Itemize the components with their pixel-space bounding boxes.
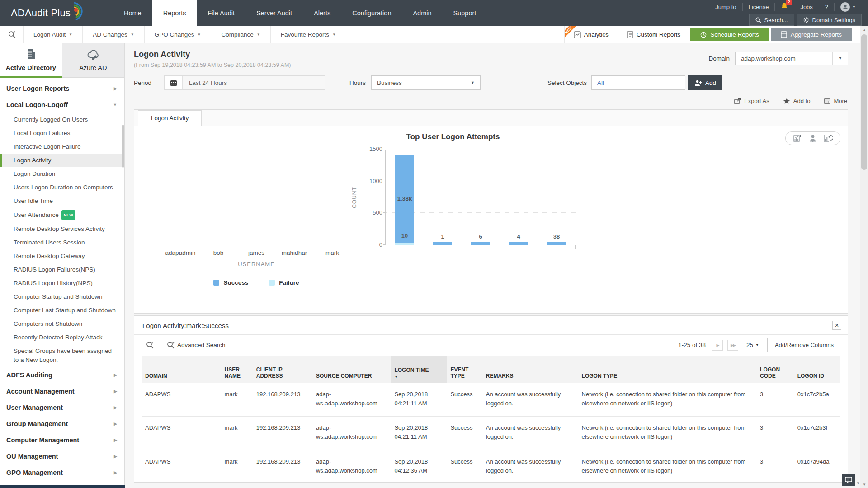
refresh-chart-button[interactable]: [824, 134, 833, 142]
advanced-search-button[interactable]: [162, 341, 175, 349]
jump-to-link[interactable]: Jump to: [709, 3, 742, 11]
analytics-link[interactable]: NEW Analytics: [564, 26, 618, 43]
close-results-button[interactable]: ✕: [832, 321, 841, 330]
sidebar-item-radius-logon-history-nps-[interactable]: RADIUS Logon History(NPS): [0, 277, 124, 290]
user-chart-button[interactable]: [809, 134, 816, 142]
sidebar-item-remote-desktop-gateway[interactable]: Remote Desktop Gateway: [0, 249, 124, 263]
menu-favourite-reports[interactable]: Favourite Reports▼: [270, 26, 346, 43]
sidebar-item-remote-desktop-services-activity[interactable]: Remote Desktop Services Activity: [0, 222, 124, 236]
sidebar-item-local-logon-failures[interactable]: Local Logon Failures: [0, 127, 124, 140]
table-row[interactable]: ADAPWSmark192.168.209.213adap-ws.adap.wo…: [142, 417, 840, 450]
column-header-event-type[interactable]: EVENT TYPE: [447, 356, 482, 383]
table-row[interactable]: ADAPWSmark192.168.209.213adap-ws.adap.wo…: [142, 383, 840, 417]
add-objects-button[interactable]: Add: [688, 75, 722, 90]
sidebar-item-special-groups-have-been-assigned-to-a-new-logon-[interactable]: Special Groups have been assigned to a N…: [0, 344, 124, 367]
scroll-down-arrow-icon[interactable]: ▼: [860, 481, 868, 488]
sidebar-section-user-logon-reports[interactable]: User Logon Reports▶: [0, 80, 124, 97]
table-row[interactable]: ADAPWSmark192.168.209.213adap-ws.adap.wo…: [142, 450, 840, 483]
sidebar-item-radius-logon-failures-nps-[interactable]: RADIUS Logon Failures(NPS): [0, 263, 124, 277]
sidebar-item-logon-activity[interactable]: Logon Activity: [0, 154, 124, 167]
sidebar-section-user-management[interactable]: User Management▶: [0, 399, 124, 416]
domain-select-chevron-icon[interactable]: ▼: [832, 52, 848, 65]
tab-azure-ad[interactable]: Azure AD: [62, 43, 125, 78]
period-picker[interactable]: Last 24 Hours: [164, 75, 325, 90]
sidebar-section-account-management[interactable]: Account Management▶: [0, 383, 124, 399]
help-button[interactable]: ?: [819, 3, 834, 11]
report-search-button[interactable]: [0, 26, 23, 43]
sidebar-section-computer-management[interactable]: Computer Management▶: [0, 432, 124, 448]
column-header-user-name[interactable]: USER NAME: [221, 356, 253, 383]
nav-item-alerts[interactable]: Alerts: [303, 0, 341, 26]
sidebar-item-user-attendance[interactable]: User AttendanceNEW: [0, 208, 124, 222]
sidebar-item-terminated-users-session[interactable]: Terminated Users Session: [0, 236, 124, 249]
scrollbar-thumb[interactable]: [861, 34, 867, 170]
sidebar-item-computer-last-startup-and-shutdown[interactable]: Computer Last Startup and Shutdown: [0, 304, 124, 317]
domain-settings-button[interactable]: Domain Settings: [797, 14, 862, 26]
column-header-logon-time[interactable]: LOGON TIME▼: [391, 356, 447, 383]
aggregate-reports-button[interactable]: Aggregate Reports: [771, 28, 852, 41]
sidebar-section-local-logon-logoff[interactable]: Local Logon-Logoff▼: [0, 97, 124, 113]
more-button[interactable]: More: [824, 98, 847, 104]
menu-compliance[interactable]: Compliance▼: [211, 26, 270, 43]
add-remove-columns-button[interactable]: Add/Remove Columns: [767, 338, 841, 352]
calendar-icon[interactable]: [165, 76, 183, 89]
menu-gpo-changes[interactable]: GPO Changes▼: [144, 26, 211, 43]
bar-mahidhar[interactable]: [509, 242, 528, 245]
feedback-chat-button[interactable]: [842, 474, 855, 486]
export-as-button[interactable]: Export As: [734, 98, 769, 104]
sidebar-section-ou-management[interactable]: OU Management▶: [0, 448, 124, 465]
add-chart-button[interactable]: [793, 134, 802, 142]
nav-item-admin[interactable]: Admin: [402, 0, 442, 26]
legend-item-success[interactable]: Success: [213, 279, 248, 286]
nav-item-reports[interactable]: Reports: [152, 0, 197, 26]
advanced-search-label[interactable]: Advanced Search: [177, 342, 226, 348]
search-button[interactable]: Search...: [749, 14, 794, 26]
column-header-remarks[interactable]: REMARKS: [482, 356, 578, 383]
menu-ad-changes[interactable]: AD Changes▼: [82, 26, 144, 43]
license-link[interactable]: License: [742, 3, 775, 11]
nav-item-file-audit[interactable]: File Audit: [197, 0, 245, 26]
sidebar-item-user-idle-time[interactable]: User Idle Time: [0, 194, 124, 208]
bar-mark[interactable]: [547, 242, 566, 245]
column-header-logon-code[interactable]: LOGON CODE: [756, 356, 794, 383]
column-search-button[interactable]: [142, 341, 158, 349]
sidebar-item-currently-logged-on-users[interactable]: Currently Logged On Users: [0, 113, 124, 127]
column-header-source-computer[interactable]: SOURCE COMPUTER: [312, 356, 391, 383]
nav-item-server-audit[interactable]: Server Audit: [245, 0, 303, 26]
nav-item-support[interactable]: Support: [443, 0, 487, 26]
sidebar-item-computer-startup-and-shutdown[interactable]: Computer Startup and Shutdown: [0, 290, 124, 304]
add-to-button[interactable]: Add to: [783, 98, 811, 104]
tab-active-directory[interactable]: Active Directory: [0, 43, 62, 78]
user-menu[interactable]: ▼: [834, 3, 862, 11]
nav-item-home[interactable]: Home: [113, 0, 152, 26]
sidebar-item-users-logon-duration-on-computers[interactable]: Users Logon Duration on Computers: [0, 181, 124, 194]
sidebar-section-gpo-management[interactable]: GPO Management▶: [0, 465, 124, 481]
hours-select[interactable]: Business ▼: [371, 75, 481, 90]
sidebar-item-interactive-logon-failure[interactable]: Interactive Logon Failure: [0, 140, 124, 154]
legend-item-failure[interactable]: Failure: [269, 279, 299, 286]
next-page-button[interactable]: ▶: [712, 340, 723, 351]
domain-select[interactable]: adap.workshop.com ▼: [735, 52, 848, 65]
sidebar-item-logon-duration[interactable]: Logon Duration: [0, 167, 124, 181]
page-scrollbar[interactable]: ▲ ▼: [860, 26, 868, 488]
chat-caret-icon[interactable]: ▼: [856, 481, 860, 485]
bar-james[interactable]: [471, 242, 490, 245]
scroll-up-arrow-icon[interactable]: ▲: [860, 26, 868, 33]
sidebar-item-computers-not-shutdown[interactable]: Computers not Shutdown: [0, 317, 124, 331]
notifications-button[interactable]: 2: [774, 3, 794, 11]
column-header-logon-type[interactable]: LOGON TYPE: [578, 356, 757, 383]
custom-reports-link[interactable]: Custom Reports: [618, 26, 690, 43]
menu-logon-audit[interactable]: Logon Audit▼: [23, 26, 82, 43]
sidebar-item-recently-detected-replay-attack[interactable]: Recently Detected Replay Attack: [0, 331, 124, 344]
sidebar-section-adfs-auditing[interactable]: ADFS Auditing▶: [0, 367, 124, 383]
jobs-link[interactable]: Jobs: [794, 3, 818, 11]
page-size-select[interactable]: 25 ▼: [746, 342, 759, 348]
column-header-domain[interactable]: DOMAIN: [142, 356, 221, 383]
tab-logon-activity[interactable]: Logon Activity: [138, 110, 202, 126]
select-objects-input[interactable]: All: [591, 75, 685, 90]
nav-item-configuration[interactable]: Configuration: [341, 0, 402, 26]
app-logo[interactable]: ADAudit Plus: [0, 0, 113, 26]
sidebar-section-group-management[interactable]: Group Management▶: [0, 416, 124, 432]
hours-select-chevron-icon[interactable]: ▼: [465, 76, 480, 89]
column-header-logon-id[interactable]: LOGON ID: [794, 356, 840, 383]
